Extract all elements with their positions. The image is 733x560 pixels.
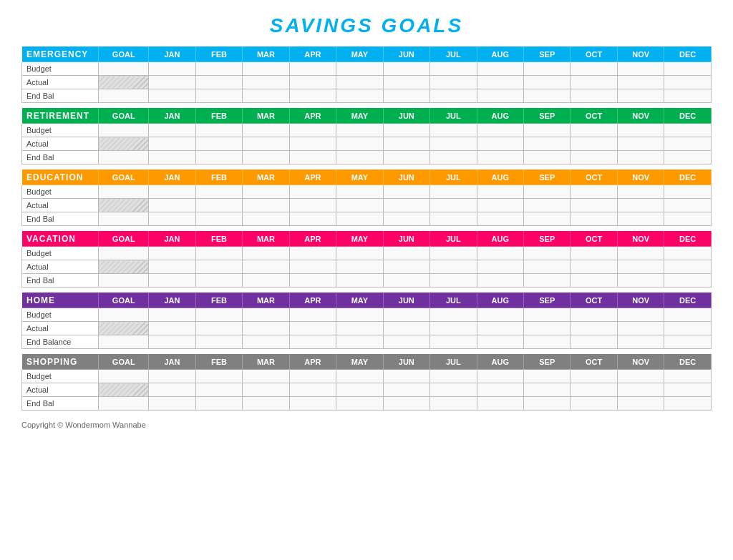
cell-end-bal-aug[interactable] [477,274,523,288]
cell-budget-sep[interactable] [523,124,570,137]
cell-end-bal-dec[interactable] [664,274,712,288]
cell-budget-jul[interactable] [430,62,477,76]
cell-budget-dec[interactable] [664,124,712,137]
cell-actual-oct[interactable] [571,260,617,274]
cell-end-bal-apr[interactable] [289,212,336,226]
cell-actual-nov[interactable] [617,322,664,335]
cell-actual-goal[interactable] [99,383,149,397]
cell-budget-apr[interactable] [289,370,336,383]
cell-end-bal-apr[interactable] [289,89,336,103]
cell-end-bal-aug[interactable] [477,89,523,103]
cell-budget-jan[interactable] [149,308,195,322]
cell-budget-jul[interactable] [430,247,477,260]
cell-budget-feb[interactable] [195,124,242,137]
cell-actual-may[interactable] [336,383,383,397]
cell-budget-may[interactable] [336,62,383,76]
cell-budget-apr[interactable] [289,185,336,199]
cell-actual-nov[interactable] [617,383,664,397]
cell-budget-nov[interactable] [617,62,664,76]
cell-actual-feb[interactable] [195,137,242,151]
cell-budget-may[interactable] [336,185,383,199]
cell-budget-nov[interactable] [617,185,664,199]
cell-end-bal-jun[interactable] [383,89,429,103]
cell-budget-apr[interactable] [289,62,336,76]
cell-budget-goal[interactable] [99,247,149,260]
cell-end-balance-jan[interactable] [149,335,195,349]
cell-actual-goal[interactable] [99,76,149,89]
cell-budget-feb[interactable] [195,247,242,260]
cell-budget-may[interactable] [336,247,383,260]
cell-end-bal-may[interactable] [336,89,383,103]
cell-budget-feb[interactable] [195,370,242,383]
cell-end-bal-oct[interactable] [571,274,617,288]
cell-actual-feb[interactable] [195,260,242,274]
cell-end-bal-goal[interactable] [99,151,149,164]
cell-end-bal-goal[interactable] [99,89,149,103]
cell-end-bal-jan[interactable] [149,274,195,288]
cell-end-bal-jan[interactable] [149,397,195,411]
cell-budget-nov[interactable] [617,370,664,383]
cell-end-bal-may[interactable] [336,151,383,164]
cell-actual-dec[interactable] [664,137,712,151]
cell-actual-sep[interactable] [523,383,570,397]
cell-budget-aug[interactable] [477,62,523,76]
cell-budget-sep[interactable] [523,185,570,199]
cell-end-bal-jan[interactable] [149,151,195,164]
cell-end-bal-aug[interactable] [477,151,523,164]
cell-end-bal-sep[interactable] [523,89,570,103]
cell-actual-goal[interactable] [99,137,149,151]
cell-actual-apr[interactable] [289,199,336,212]
cell-actual-oct[interactable] [571,76,617,89]
cell-budget-oct[interactable] [571,185,617,199]
cell-end-bal-dec[interactable] [664,151,712,164]
cell-actual-aug[interactable] [477,383,523,397]
cell-budget-nov[interactable] [617,308,664,322]
cell-budget-jul[interactable] [430,370,477,383]
cell-actual-nov[interactable] [617,260,664,274]
cell-budget-jun[interactable] [383,370,429,383]
cell-end-balance-may[interactable] [336,335,383,349]
cell-budget-jan[interactable] [149,370,195,383]
cell-end-bal-sep[interactable] [523,274,570,288]
cell-budget-apr[interactable] [289,308,336,322]
cell-budget-sep[interactable] [523,370,570,383]
cell-end-bal-dec[interactable] [664,397,712,411]
cell-budget-jul[interactable] [430,124,477,137]
cell-budget-dec[interactable] [664,308,712,322]
cell-end-balance-oct[interactable] [571,335,617,349]
cell-actual-jan[interactable] [149,199,195,212]
cell-end-bal-mar[interactable] [243,151,289,164]
cell-end-balance-apr[interactable] [289,335,336,349]
cell-actual-nov[interactable] [617,137,664,151]
cell-budget-may[interactable] [336,308,383,322]
cell-end-bal-apr[interactable] [289,274,336,288]
cell-actual-aug[interactable] [477,199,523,212]
cell-budget-jul[interactable] [430,185,477,199]
cell-actual-jul[interactable] [430,322,477,335]
cell-budget-jun[interactable] [383,185,429,199]
cell-actual-goal[interactable] [99,199,149,212]
cell-budget-mar[interactable] [243,308,289,322]
cell-end-bal-goal[interactable] [99,274,149,288]
cell-actual-oct[interactable] [571,137,617,151]
cell-budget-feb[interactable] [195,185,242,199]
cell-end-bal-nov[interactable] [617,397,664,411]
cell-end-bal-oct[interactable] [571,151,617,164]
cell-budget-aug[interactable] [477,124,523,137]
cell-budget-apr[interactable] [289,124,336,137]
cell-budget-oct[interactable] [571,124,617,137]
cell-budget-dec[interactable] [664,185,712,199]
cell-end-bal-dec[interactable] [664,89,712,103]
cell-actual-apr[interactable] [289,383,336,397]
cell-end-bal-jul[interactable] [430,212,477,226]
cell-budget-jan[interactable] [149,185,195,199]
cell-actual-sep[interactable] [523,322,570,335]
cell-budget-dec[interactable] [664,62,712,76]
cell-end-bal-jun[interactable] [383,212,429,226]
cell-actual-mar[interactable] [243,383,289,397]
cell-end-bal-aug[interactable] [477,397,523,411]
cell-actual-feb[interactable] [195,76,242,89]
cell-budget-goal[interactable] [99,124,149,137]
cell-end-bal-jul[interactable] [430,397,477,411]
cell-end-bal-oct[interactable] [571,397,617,411]
